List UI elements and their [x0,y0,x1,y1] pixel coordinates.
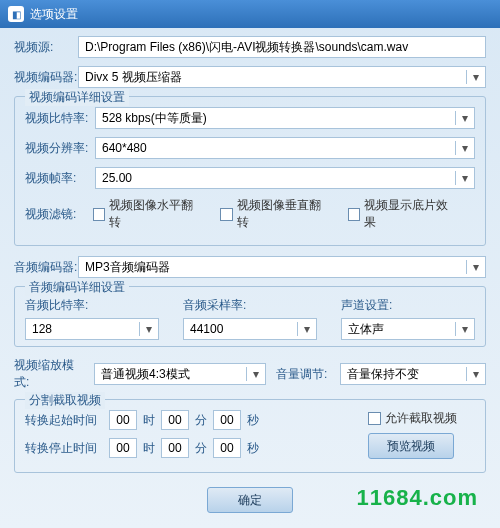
start-time-label: 转换起始时间 [25,412,105,429]
scale-label: 视频缩放模式: [14,357,86,391]
end-hour-input[interactable] [109,438,137,458]
chevron-down-icon: ▾ [297,322,310,336]
chevron-down-icon: ▾ [455,111,468,125]
audio-encoder-select[interactable]: MP3音频编码器 ▾ [78,256,486,278]
chevron-down-icon: ▾ [139,322,152,336]
unit-sec: 秒 [247,412,259,429]
video-fps-label: 视频帧率: [25,170,95,187]
vflip-label: 视频图像垂直翻转 [237,197,330,231]
audio-encode-group: 音频编码详细设置 音频比特率: 128 ▾ 音频采样率: 44100 ▾ 声道设… [14,286,486,347]
audio-bitrate-label: 音频比特率: [25,297,159,314]
cut-group-title: 分割截取视频 [25,392,105,409]
audio-channel-select[interactable]: 立体声 ▾ [341,318,475,340]
video-filter-label: 视频滤镜: [25,206,93,223]
unit-sec: 秒 [247,440,259,457]
scale-select[interactable]: 普通视频4:3模式 ▾ [94,363,266,385]
video-fps-value: 25.00 [102,171,132,185]
checkbox-icon [93,208,106,221]
scale-value: 普通视频4:3模式 [101,366,190,383]
chevron-down-icon: ▾ [455,171,468,185]
audio-bitrate-value: 128 [32,322,52,336]
source-label: 视频源: [14,39,78,56]
chevron-down-icon: ▾ [466,367,479,381]
unit-min: 分 [195,412,207,429]
start-min-input[interactable] [161,410,189,430]
video-encoder-select[interactable]: Divx 5 视频压缩器 ▾ [78,66,486,88]
allow-cut-label: 允许截取视频 [385,410,457,427]
video-fps-select[interactable]: 25.00 ▾ [95,167,475,189]
start-hour-input[interactable] [109,410,137,430]
volume-value: 音量保持不变 [347,366,419,383]
video-group-title: 视频编码详细设置 [25,89,129,106]
end-min-input[interactable] [161,438,189,458]
volume-label: 音量调节: [276,366,332,383]
chevron-down-icon: ▾ [466,70,479,84]
chevron-down-icon: ▾ [455,141,468,155]
cut-group: 分割截取视频 转换起始时间 时 分 秒 转换停止时间 时 分 秒 允许截取视频 … [14,399,486,473]
audio-encoder-value: MP3音频编码器 [85,259,170,276]
checkbox-icon [220,208,233,221]
unit-hour: 时 [143,412,155,429]
video-encoder-label: 视频编码器: [14,69,78,86]
title-bar: ◧ 选项设置 [0,0,500,28]
end-time-label: 转换停止时间 [25,440,105,457]
audio-samplerate-select[interactable]: 44100 ▾ [183,318,317,340]
chevron-down-icon: ▾ [246,367,259,381]
audio-samplerate-value: 44100 [190,322,223,336]
hflip-checkbox[interactable]: 视频图像水平翻转 [93,197,202,231]
video-resolution-value: 640*480 [102,141,147,155]
unit-hour: 时 [143,440,155,457]
hflip-label: 视频图像水平翻转 [109,197,202,231]
chevron-down-icon: ▾ [455,322,468,336]
checkbox-icon [348,208,361,221]
checkbox-icon [368,412,381,425]
content: 视频源: 视频编码器: Divx 5 视频压缩器 ▾ 视频编码详细设置 视频比特… [0,28,500,521]
audio-encoder-label: 音频编码器: [14,259,78,276]
end-sec-input[interactable] [213,438,241,458]
video-bitrate-value: 528 kbps(中等质量) [102,110,207,127]
unit-min: 分 [195,440,207,457]
source-input[interactable] [78,36,486,58]
audio-bitrate-select[interactable]: 128 ▾ [25,318,159,340]
audio-channel-label: 声道设置: [341,297,475,314]
volume-select[interactable]: 音量保持不变 ▾ [340,363,486,385]
app-icon: ◧ [8,6,24,22]
video-resolution-select[interactable]: 640*480 ▾ [95,137,475,159]
video-encode-group: 视频编码详细设置 视频比特率: 528 kbps(中等质量) ▾ 视频分辨率: … [14,96,486,246]
start-sec-input[interactable] [213,410,241,430]
vflip-checkbox[interactable]: 视频图像垂直翻转 [220,197,329,231]
window-title: 选项设置 [30,6,78,23]
negative-label: 视频显示底片效果 [364,197,457,231]
chevron-down-icon: ▾ [466,260,479,274]
audio-channel-value: 立体声 [348,321,384,338]
allow-cut-checkbox[interactable]: 允许截取视频 [368,410,457,427]
negative-checkbox[interactable]: 视频显示底片效果 [348,197,457,231]
video-bitrate-select[interactable]: 528 kbps(中等质量) ▾ [95,107,475,129]
video-bitrate-label: 视频比特率: [25,110,95,127]
ok-button[interactable]: 确定 [207,487,293,513]
video-encoder-value: Divx 5 视频压缩器 [85,69,182,86]
audio-samplerate-label: 音频采样率: [183,297,317,314]
video-resolution-label: 视频分辨率: [25,140,95,157]
audio-group-title: 音频编码详细设置 [25,279,129,296]
preview-button[interactable]: 预览视频 [368,433,454,459]
watermark: 11684.com [356,485,478,511]
